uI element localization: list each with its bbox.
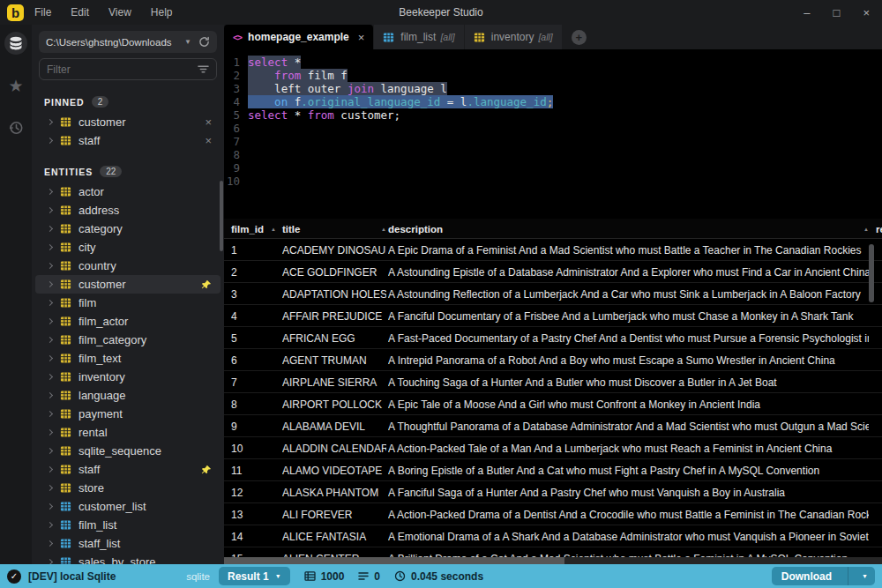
table-row[interactable]: 12ALASKA PHANTOMA Fanciful Saga of a Hun… [224, 481, 882, 503]
sort-arrow-icon[interactable]: ▲ [863, 227, 869, 232]
cell-title[interactable]: AIRPORT POLLOCK [282, 393, 386, 415]
editor-line[interactable]: 6 [224, 122, 882, 135]
pinned-item-staff[interactable]: staff× [35, 131, 220, 150]
download-caret-icon[interactable]: ▼ [855, 573, 875, 579]
editor-line[interactable]: 9 [224, 161, 882, 175]
cell-film-id[interactable]: 4 [231, 305, 280, 327]
cell-title[interactable]: ACADEMY DINOSAUR [282, 239, 386, 261]
close-button[interactable]: × [863, 7, 870, 19]
cell-film-id[interactable]: 6 [231, 349, 280, 371]
chevron-right-icon[interactable] [47, 485, 53, 491]
column-header-description[interactable]: description▲ [388, 219, 869, 239]
cell-title[interactable]: AIRPLANE SIERRA [282, 371, 386, 393]
entity-item-staff[interactable]: staff [35, 460, 220, 479]
chevron-right-icon[interactable] [47, 503, 53, 510]
chevron-right-icon[interactable] [47, 337, 53, 343]
tab-close-icon[interactable]: × [358, 31, 365, 44]
results-vertical-scrollbar[interactable] [869, 244, 874, 302]
cell-film-id[interactable]: 14 [231, 525, 280, 547]
filter-input[interactable] [47, 63, 198, 76]
table-row[interactable]: 3ADAPTATION HOLESA Astounding Reflection… [224, 283, 882, 305]
entities-section-header[interactable]: ENTITIES 22 [32, 159, 224, 182]
cell-title[interactable]: ALADDIN CALENDAR [282, 437, 386, 459]
chevron-right-icon[interactable] [47, 226, 53, 232]
cell-description[interactable]: A Intrepid Panorama of a Robot And a Boy… [388, 349, 869, 371]
sidebar-scrollbar[interactable] [220, 181, 223, 251]
chevron-right-icon[interactable] [47, 300, 53, 306]
cell-description[interactable]: A Touching Saga of a Hunter And a Butler… [388, 371, 869, 393]
editor-line[interactable]: 2 from film f [224, 69, 882, 82]
connection-name[interactable]: [DEV] local Sqlite [28, 570, 116, 583]
chevron-right-icon[interactable] [47, 466, 53, 473]
chevron-right-icon[interactable] [47, 281, 53, 287]
cell-title[interactable]: AGENT TRUMAN [282, 349, 386, 371]
table-row[interactable]: 1ACADEMY DINOSAURA Epic Drama of a Femin… [224, 239, 882, 261]
favorites-icon[interactable]: ★ [4, 74, 27, 97]
cell-film-id[interactable]: 8 [231, 393, 280, 415]
entity-item-staff_list[interactable]: staff_list [35, 534, 220, 553]
tab-homepage_example[interactable]: <>homepage_example× [224, 25, 373, 49]
chevron-right-icon[interactable] [47, 374, 53, 380]
menu-help[interactable]: Help [151, 6, 173, 19]
editor-line[interactable]: 8 [224, 148, 882, 161]
cell-title[interactable]: ALAMO VIDEOTAPE [282, 459, 386, 481]
cell-description[interactable]: A Fast-Paced Documentary of a Pastry Che… [388, 327, 869, 349]
table-row[interactable]: 5AFRICAN EGGA Fast-Paced Documentary of … [224, 327, 882, 349]
sql-editor[interactable]: 1select *2 from film f3 left outer join … [224, 49, 882, 219]
chevron-right-icon[interactable] [47, 119, 53, 125]
chevron-right-icon[interactable] [47, 244, 53, 250]
cell-film-id[interactable]: 9 [231, 415, 280, 437]
cell-description[interactable]: A Fanciful Saga of a Hunter And a Pastry… [388, 481, 869, 503]
editor-line[interactable]: 10 [224, 175, 882, 188]
cell-description[interactable]: A Epic Tale of a Moose And a Girl who mu… [388, 393, 869, 415]
entity-item-customer[interactable]: customer [35, 275, 220, 294]
column-header-title[interactable]: title▲ [282, 219, 386, 239]
cell-description[interactable]: A Thoughtful Panorama of a Database Admi… [388, 415, 869, 437]
column-header-release_year[interactable]: release_year [876, 219, 882, 239]
table-row[interactable]: 9ALABAMA DEVILA Thoughtful Panorama of a… [224, 415, 882, 437]
chevron-right-icon[interactable] [47, 392, 53, 398]
column-header-film_id[interactable]: film_id▲ [231, 219, 280, 239]
table-row[interactable]: 7AIRPLANE SIERRAA Touching Saga of a Hun… [224, 371, 882, 393]
table-row[interactable]: 4AFFAIR PREJUDICEA Fanciful Documentary … [224, 305, 882, 327]
cell-film-id[interactable]: 1 [231, 239, 280, 261]
entity-item-actor[interactable]: actor [35, 182, 220, 201]
cell-film-id[interactable]: 11 [231, 459, 280, 481]
cell-title[interactable]: ACE GOLDFINGER [282, 261, 386, 283]
sort-arrow-icon[interactable]: ▲ [271, 227, 276, 232]
cell-title[interactable]: ALICE FANTASIA [282, 525, 386, 547]
entity-item-sqlite_sequence[interactable]: sqlite_sequence [35, 442, 220, 460]
cell-description[interactable]: A Action-Packed Tale of a Man And a Lumb… [388, 437, 869, 459]
cell-title[interactable]: AFRICAN EGG [282, 327, 386, 349]
menu-view[interactable]: View [108, 6, 131, 19]
entity-item-category[interactable]: category [35, 220, 220, 238]
result-selector[interactable]: Result 1 ▼ [219, 567, 290, 585]
refresh-icon[interactable] [198, 36, 210, 48]
cell-film-id[interactable]: 2 [231, 261, 280, 283]
table-row[interactable]: 14ALICE FANTASIAA Emotional Drama of a A… [224, 525, 882, 547]
cell-title[interactable]: ALI FOREVER [282, 503, 386, 525]
chevron-right-icon[interactable] [47, 522, 53, 528]
unpin-icon[interactable]: × [205, 115, 212, 129]
unpin-icon[interactable]: × [205, 134, 212, 147]
cell-description[interactable]: A Astounding Epistle of a Database Admin… [388, 261, 869, 283]
entity-item-address[interactable]: address [35, 201, 220, 220]
chevron-right-icon[interactable] [47, 429, 53, 435]
table-row[interactable]: 13ALI FOREVERA Action-Packed Drama of a … [224, 503, 882, 525]
pinned-item-customer[interactable]: customer× [35, 113, 220, 131]
chevron-right-icon[interactable] [47, 189, 53, 195]
entity-item-payment[interactable]: payment [35, 405, 220, 423]
maximize-button[interactable]: □ [833, 7, 841, 19]
chevron-right-icon[interactable] [47, 207, 53, 213]
new-tab-button[interactable]: + [572, 30, 587, 45]
download-button[interactable]: Download ▼ [772, 567, 875, 585]
results-horizontal-scrollbar[interactable] [224, 557, 564, 564]
chevron-right-icon[interactable] [47, 138, 53, 144]
cell-description[interactable]: A Astounding Reflection of a Lumberjack … [388, 283, 869, 305]
filter-icon[interactable] [198, 64, 209, 74]
cell-film-id[interactable]: 3 [231, 283, 280, 305]
editor-line[interactable]: 5select * from customer; [224, 108, 882, 122]
pinned-section-header[interactable]: PINNED 2 [32, 89, 224, 113]
menu-edit[interactable]: Edit [71, 6, 89, 19]
connection-path-dropdown[interactable]: C:\Users\ghstng\Downloads ▼ [39, 31, 217, 53]
